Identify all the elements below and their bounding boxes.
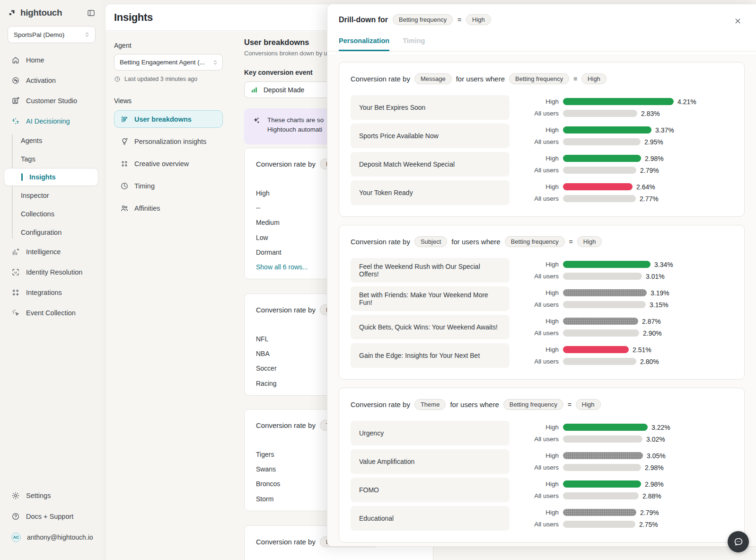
condition-value-pill[interactable]: High [576, 399, 601, 410]
baseline-series-label: All users [510, 273, 559, 280]
page-title: Insights [114, 11, 153, 24]
lightbulb-icon [120, 137, 129, 146]
baseline-series-label: All users [510, 436, 559, 443]
primary-value: 3.19% [651, 289, 669, 297]
customer-studio-icon [11, 97, 20, 105]
sidebar-item-insights[interactable]: Insights [4, 168, 98, 186]
baseline-series-label: All users [510, 521, 559, 528]
views-label: Views [114, 97, 223, 105]
sparkle-icon [252, 116, 261, 125]
account-menu[interactable]: AC anthony@hightouch.io [0, 527, 102, 548]
grid-dots-icon [120, 160, 129, 168]
sidebar-item-configuration[interactable]: Configuration [0, 223, 102, 241]
primary-bar [563, 318, 638, 325]
conversion-card-title: Conversion rate by Theme for users where… [351, 399, 733, 410]
condition-value-pill[interactable]: High [577, 236, 602, 247]
sidebar-item-integrations[interactable]: Integrations [0, 282, 102, 302]
baseline-bar [563, 358, 636, 365]
workspace-selector[interactable]: SportsPal (Demo) [8, 26, 96, 43]
dimension-pill[interactable]: Message [414, 73, 452, 84]
conversion-row-deposit-match-weekend-special: Deposit Match Weekend Special High 2.98%… [351, 152, 733, 177]
row-bars: High 2.98% All users 2.79% [510, 152, 733, 177]
row-label: Urgency [351, 421, 510, 445]
sidebar-item-home[interactable]: Home [0, 50, 102, 70]
chevron-updown-icon [212, 59, 219, 66]
baseline-value: 2.95% [644, 138, 663, 146]
sidebar-item-label: AI Decisioning [26, 117, 70, 125]
baseline-bar [563, 464, 641, 471]
conversion-card-message: Conversion rate by Message for users whe… [339, 62, 745, 217]
sidebar-item-label: Settings [26, 492, 51, 499]
condition-pill[interactable]: Betting frequency [509, 73, 569, 84]
baseline-bar-line: All users 3.02% [510, 436, 733, 443]
conversion-row-urgency: Urgency High 3.22% All users 3.02% [351, 421, 733, 445]
primary-series-label: High [510, 183, 559, 190]
sidebar-item-tags[interactable]: Tags [0, 150, 102, 168]
event-collection-icon [11, 309, 20, 317]
sidebar-item-inspector[interactable]: Inspector [0, 186, 102, 204]
sidebar-item-agents[interactable]: Agents [0, 131, 102, 150]
help-icon [11, 512, 20, 521]
drilldown-filter-pill[interactable]: Betting frequency [393, 14, 453, 25]
primary-bar [563, 98, 674, 105]
sidebar-nav-lower: IntelligenceIdentity ResolutionIntegrati… [0, 241, 102, 323]
sidebar-item-docs-support[interactable]: Docs + Support [0, 506, 102, 527]
identity-resolution-icon [11, 268, 20, 276]
sidebar-item-collections[interactable]: Collections [0, 204, 102, 223]
view-item-affinities[interactable]: Affinities [114, 199, 223, 217]
primary-series-label: High [510, 318, 559, 325]
primary-value: 3.34% [654, 261, 673, 268]
sidebar-item-activation[interactable]: Activation [0, 70, 102, 90]
collapse-sidebar-icon[interactable] [87, 9, 96, 18]
row-bars: High 4.21% All users 2.83% [510, 95, 733, 120]
view-item-personalization-insights[interactable]: Personalization insights [114, 133, 223, 150]
tab-timing[interactable]: Timing [403, 37, 425, 51]
baseline-bar-line: All users 2.90% [510, 329, 733, 337]
chat-button[interactable] [728, 531, 749, 552]
sidebar-item-label: Docs + Support [26, 513, 73, 520]
row-bars: High 3.22% All users 3.02% [510, 421, 733, 445]
baseline-value: 2.90% [643, 329, 662, 337]
agent-select[interactable]: Betting Engagement Agent (... [114, 54, 223, 71]
primary-bar-line: High 3.05% [510, 452, 733, 460]
sidebar-item-settings[interactable]: Settings [0, 485, 102, 506]
condition-value-pill[interactable]: High [581, 73, 607, 84]
conversion-card-title: Conversion rate by Message for users whe… [351, 73, 733, 84]
baseline-series-label: All users [510, 329, 559, 337]
sidebar-item-label: Intelligence [26, 248, 61, 256]
row-label: Value Amplification [351, 449, 510, 474]
sidebar-item-event-collection[interactable]: Event Collection [0, 302, 102, 323]
condition-pill[interactable]: Betting frequency [503, 399, 563, 410]
dimension-pill[interactable]: Subject [414, 236, 447, 247]
hightouch-logo: hightouch [8, 8, 62, 18]
drilldown-tabs: PersonalizationTiming [327, 37, 756, 52]
drilldown-value-pill[interactable]: High [466, 14, 491, 25]
sidebar-item-ai-decisioning[interactable]: AI Decisioning [0, 111, 102, 131]
primary-series-label: High [510, 98, 559, 105]
sidebar-item-intelligence[interactable]: Intelligence [0, 241, 102, 262]
integrations-icon [11, 288, 20, 297]
sidebar-item-customer-studio[interactable]: Customer Studio [0, 90, 102, 111]
condition-pill[interactable]: Betting frequency [505, 236, 565, 247]
sidebar-item-label: Event Collection [26, 309, 76, 317]
baseline-series-label: All users [510, 167, 559, 174]
dimension-pill[interactable]: Theme [414, 399, 446, 410]
view-item-timing[interactable]: Timing [114, 177, 223, 195]
equals-sign: = [573, 75, 577, 82]
row-label: Quick Bets, Quick Wins: Your Weekend Awa… [351, 315, 510, 339]
baseline-bar [563, 521, 635, 528]
primary-bar [563, 424, 648, 431]
baseline-bar [563, 301, 646, 308]
row-bars: High 2.64% All users 2.77% [510, 180, 733, 205]
view-item-creative-overview[interactable]: Creative overview [114, 155, 223, 172]
close-icon[interactable] [731, 15, 744, 27]
row-label: Your Token Ready [351, 180, 510, 205]
view-item-user-breakdowns[interactable]: User breakdowns [114, 110, 223, 128]
conversion-row-gain-the-edge-insights-for-your-next-bet: Gain the Edge: Insights for Your Next Be… [351, 343, 733, 368]
sidebar-item-identity-resolution[interactable]: Identity Resolution [0, 262, 102, 282]
baseline-value: 2.75% [639, 521, 658, 528]
primary-value: 2.87% [642, 318, 661, 325]
ai-banner-line1: These charts are so [267, 116, 324, 125]
tab-personalization[interactable]: Personalization [339, 37, 389, 51]
baseline-bar-line: All users 3.15% [510, 301, 733, 309]
